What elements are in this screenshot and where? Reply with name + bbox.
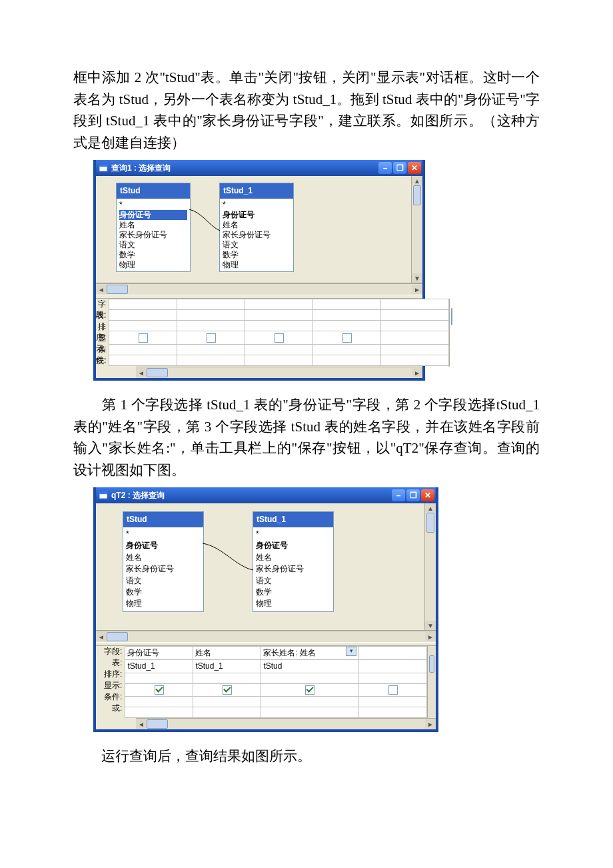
window2-titlebar: qT2 : 选择查询 – ❐ ✕ <box>96 487 436 503</box>
scroll-thumb[interactable] <box>451 308 452 325</box>
figure-1-query1-design: 查询1 : 选择查询 – ❐ ✕ tStud * 身份证号 姓名 家长身份证号 <box>93 160 540 381</box>
scroll-thumb[interactable] <box>107 285 128 294</box>
scroll-thumb[interactable] <box>147 719 168 729</box>
paragraph-2: 第 1 个字段选择 tStud_1 表的"身份证号"字段，第 2 个字段选择tS… <box>73 394 540 481</box>
access-query-icon <box>99 163 108 173</box>
vertical-scrollbar[interactable] <box>427 646 436 718</box>
grid-cell-field[interactable]: 姓名 <box>193 647 261 660</box>
scroll-thumb[interactable] <box>413 185 421 205</box>
scroll-thumb[interactable] <box>147 368 168 377</box>
maximize-button[interactable]: ❐ <box>393 162 406 174</box>
grid-cell-table[interactable]: tStud_1 <box>125 659 193 673</box>
show-checkbox[interactable] <box>388 685 398 695</box>
grid-cell-table[interactable] <box>359 659 427 673</box>
window2-title: qT2 : 选择查询 <box>111 489 165 502</box>
horizontal-scrollbar[interactable]: ◄ ► <box>136 718 436 729</box>
scroll-up-icon[interactable]: ▲ <box>425 503 436 513</box>
show-checkbox[interactable] <box>223 685 232 695</box>
svg-rect-3 <box>99 492 107 494</box>
scroll-left-icon[interactable]: ◄ <box>96 285 107 294</box>
close-button[interactable]: ✕ <box>408 162 421 174</box>
close-button[interactable]: ✕ <box>421 489 434 501</box>
scroll-right-icon[interactable]: ► <box>425 632 436 641</box>
grid-cell-table[interactable]: tStud <box>261 659 359 673</box>
scroll-right-icon[interactable]: ► <box>425 719 436 729</box>
scroll-down-icon[interactable]: ▼ <box>425 621 436 630</box>
join-line <box>96 503 422 630</box>
show-checkbox[interactable] <box>342 333 352 343</box>
paragraph-1: 框中添加 2 次"tStud"表。单击"关闭"按钮，关闭"显示表"对话框。这时一… <box>73 67 540 153</box>
horizontal-scrollbar[interactable]: ◄ ► <box>96 631 436 642</box>
design-grid[interactable]: 身份证号 姓名 家长姓名: 姓名▾ tStud_1 tStud_1 tStud <box>125 646 427 718</box>
grid-cell-field[interactable] <box>359 647 427 660</box>
design-grid-row-labels: 字段: 表: 排序: 显示: 条件: 或: <box>96 646 125 718</box>
scroll-left-icon[interactable]: ◄ <box>136 368 147 377</box>
svg-rect-1 <box>99 165 107 167</box>
grid-cell-field[interactable]: 家长姓名: 姓名▾ <box>261 647 359 660</box>
show-checkbox[interactable] <box>155 685 164 695</box>
join-line <box>96 176 409 283</box>
minimize-button[interactable]: – <box>378 162 392 174</box>
grid-cell-field[interactable]: 身份证号 <box>125 647 193 660</box>
grid-cell-table[interactable]: tStud_1 <box>193 659 261 673</box>
scroll-left-icon[interactable]: ◄ <box>96 632 107 641</box>
dropdown-arrow-icon[interactable]: ▾ <box>346 647 356 656</box>
show-checkbox[interactable] <box>207 333 216 343</box>
window1-titlebar: 查询1 : 选择查询 – ❐ ✕ <box>96 160 422 176</box>
scroll-right-icon[interactable]: ► <box>412 285 422 294</box>
show-checkbox[interactable] <box>275 333 284 343</box>
scroll-right-icon[interactable]: ► <box>412 368 422 377</box>
scroll-thumb[interactable] <box>107 632 128 641</box>
design-grid-row-labels: 字段: 表: 排序: 显示: 条件: 或: <box>96 299 109 367</box>
design-grid[interactable] <box>109 299 449 366</box>
show-checkbox[interactable] <box>305 685 314 695</box>
scroll-down-icon[interactable]: ▼ <box>412 273 422 283</box>
scroll-thumb[interactable] <box>426 513 434 533</box>
window1-title: 查询1 : 选择查询 <box>111 162 171 175</box>
vertical-scrollbar[interactable] <box>449 299 450 367</box>
vertical-scrollbar[interactable]: ▲ ▼ <box>424 503 436 630</box>
figure-2-qt2-design: qT2 : 选择查询 – ❐ ✕ tStud * 身份证号 姓名 家长身份证号 <box>93 487 540 732</box>
minimize-button[interactable]: – <box>392 489 405 501</box>
paragraph-3: 运行查询后，查询结果如图所示。 <box>73 745 540 767</box>
scroll-thumb[interactable] <box>429 655 434 673</box>
vertical-scrollbar[interactable]: ▲ ▼ <box>411 176 422 283</box>
access-query-icon <box>99 491 108 500</box>
horizontal-scrollbar[interactable]: ◄ ► <box>136 367 422 378</box>
show-checkbox[interactable] <box>139 333 148 343</box>
maximize-button[interactable]: ❐ <box>406 489 420 501</box>
horizontal-scrollbar[interactable]: ◄ ► <box>96 283 422 295</box>
scroll-left-icon[interactable]: ◄ <box>136 719 147 729</box>
scroll-up-icon[interactable]: ▲ <box>412 176 422 185</box>
